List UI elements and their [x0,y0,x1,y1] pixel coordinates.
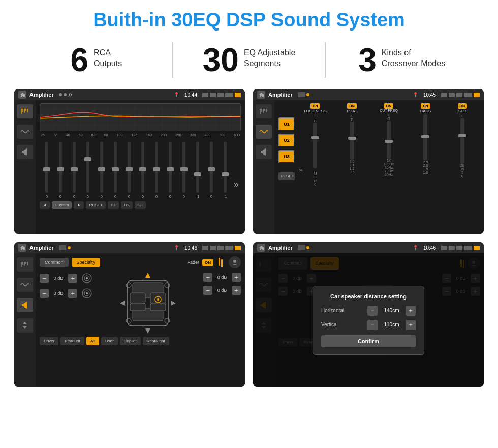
slider-track-11[interactable] [196,142,199,193]
slider-thumb-2[interactable] [71,167,78,171]
eq-next-button[interactable]: ► [74,201,84,209]
fader-right-levels: − 0 dB + − 0 dB + [203,273,241,334]
level-plus-2[interactable]: + [232,273,241,282]
cutfreq-thumb[interactable] [385,140,393,143]
level-plus-3[interactable]: + [232,286,241,295]
slider-track-5[interactable] [114,142,117,193]
preset-u2-button[interactable]: U2 [278,134,295,147]
eq-nav-speaker[interactable] [17,145,33,159]
vertical-minus-button[interactable]: − [367,320,378,330]
slider-track-4[interactable] [100,142,103,193]
bass-toggle[interactable]: ON [421,103,430,109]
bass-slider[interactable] [423,114,427,160]
back-icon[interactable] [235,93,241,97]
sub-thumb[interactable] [458,134,466,137]
fader-nav-wave[interactable] [17,278,33,292]
slider-thumb-6[interactable] [126,167,133,171]
slider-thumb-5[interactable] [112,167,119,171]
slider-track-2[interactable] [73,142,76,193]
slider-track-12[interactable] [210,142,213,193]
eq-reset-button[interactable]: RESET [86,201,106,209]
horizontal-plus-button[interactable]: + [406,306,416,316]
eq-screen-card: Amplifier 📍 10:44 [14,89,245,234]
cutfreq-toggle[interactable]: ON [384,103,394,109]
eq-u1-button[interactable]: U1 [108,201,119,209]
slider-track-13[interactable] [224,142,227,193]
fader-person-icon[interactable] [229,256,241,268]
dot-1 [59,93,62,96]
home-icon[interactable] [18,91,26,99]
driver-button[interactable]: Driver [40,337,58,345]
eq-slider-12: 0 [205,140,217,198]
level-minus-0[interactable]: − [40,274,49,283]
loudness-slider[interactable] [313,123,317,168]
level-minus-1[interactable]: − [40,289,49,298]
eq-custom-button[interactable]: Custom [52,201,72,209]
svg-point-40 [157,298,159,301]
fader-nav-arrows[interactable] [17,318,33,333]
slider-track-9[interactable] [169,142,172,193]
all-button[interactable]: All [86,337,99,345]
slider-track-3[interactable] [86,142,89,193]
crossover-nav-speaker[interactable] [256,145,272,159]
slider-track-0[interactable] [45,142,48,193]
level-plus-1[interactable]: + [68,289,77,298]
level-minus-2[interactable]: − [203,273,212,282]
dialog-home-icon[interactable] [257,244,265,252]
slider-thumb-11[interactable] [194,172,201,176]
slider-thumb-10[interactable] [180,167,188,171]
slider-thumb-13[interactable] [222,172,229,176]
crossover-reset-button[interactable]: RESET [278,172,295,180]
fader-back-icon[interactable] [235,246,241,250]
back-icon-2[interactable] [474,93,480,97]
preset-u3-button[interactable]: U3 [278,150,295,163]
confirm-button[interactable]: Confirm [321,335,416,347]
cutfreq-slider[interactable] [387,121,391,159]
slider-thumb-1[interactable] [57,167,64,171]
slider-thumb-4[interactable] [98,167,105,171]
slider-track-8[interactable] [155,142,158,193]
horizontal-minus-button[interactable]: − [367,306,378,316]
eq-u2-button[interactable]: U2 [121,201,132,209]
crossover-nav-eq[interactable] [256,104,272,118]
sub-slider[interactable] [460,118,464,164]
slider-thumb-3[interactable] [84,157,91,161]
common-tab-button[interactable]: Common [40,258,69,267]
eq-nav-wave[interactable] [17,125,33,139]
slider-thumb-8[interactable] [153,167,160,171]
slider-track-1[interactable] [59,142,62,193]
slider-thumb-12[interactable] [208,167,215,171]
phat-slider[interactable] [350,122,354,160]
specialty-tab-button[interactable]: Specialty [72,258,101,267]
slider-thumb-7[interactable] [139,167,146,171]
fader-nav-eq[interactable] [17,257,33,272]
fader-home-icon[interactable] [18,244,26,252]
dialog-back-icon[interactable] [474,246,480,250]
cam-icon [441,93,447,97]
fader-status-dots [59,245,71,250]
bass-thumb[interactable] [421,135,429,138]
eq-u3-button[interactable]: U3 [135,201,146,209]
fader-nav-speaker[interactable] [17,298,33,312]
crossover-nav-wave[interactable] [256,125,272,139]
sub-toggle[interactable]: ON [458,103,468,109]
loudness-toggle[interactable]: ON [310,103,320,109]
user-button[interactable]: User [101,337,118,345]
phat-thumb[interactable] [348,137,356,140]
eq-prev-button[interactable]: ◄ [40,201,50,209]
rearleft-button[interactable]: RearLeft [60,337,84,345]
eq-more-icon[interactable]: » [233,173,240,198]
level-minus-3[interactable]: − [203,286,212,295]
loudness-thumb[interactable] [311,136,319,139]
slider-track-10[interactable] [182,142,185,193]
vertical-plus-button[interactable]: + [406,320,416,330]
slider-thumb-9[interactable] [167,167,174,171]
level-plus-0[interactable]: + [68,274,77,283]
phat-toggle[interactable]: ON [347,103,357,109]
slider-track-6[interactable] [128,142,131,193]
slider-track-7[interactable] [141,142,144,193]
slider-thumb-0[interactable] [43,167,50,171]
eq-nav-eq[interactable] [17,104,33,118]
crossover-home-icon[interactable] [257,91,265,99]
preset-u1-button[interactable]: U1 [278,117,295,131]
